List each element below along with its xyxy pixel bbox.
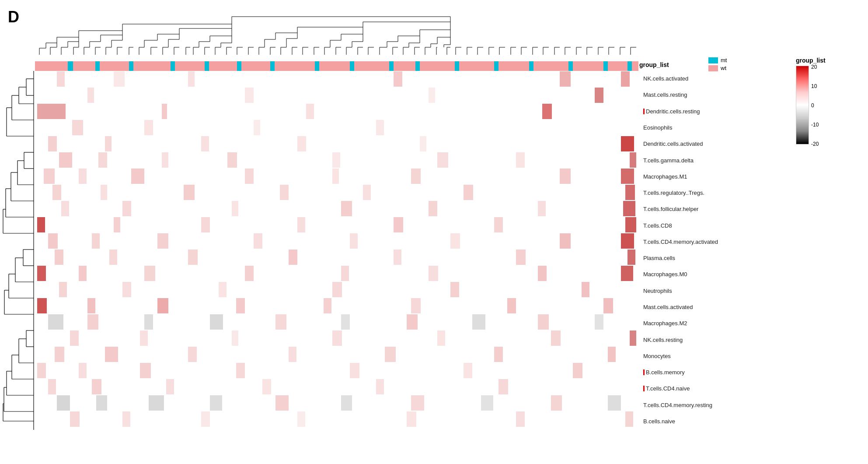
svg-rect-260 [538,201,546,216]
svg-rect-207 [35,71,638,430]
panel-label: D [8,8,19,26]
svg-rect-306 [48,314,63,330]
row-label-plasma-cells: Plasma.cells [643,255,675,261]
svg-rect-279 [188,250,198,265]
svg-rect-244 [332,169,339,184]
svg-rect-243 [245,169,254,184]
svg-rect-241 [79,169,87,184]
svg-rect-198 [350,61,354,71]
svg-rect-281 [394,250,401,265]
svg-rect-195 [237,61,241,71]
scale-tick-0: 0 [811,102,814,109]
svg-rect-229 [297,136,306,151]
row-labels: NK.cells.activatedMast.cells.restingDend… [641,71,728,430]
scale-tick-20: 20 [811,64,817,70]
group-list-label: group_list [639,61,669,68]
svg-rect-235 [227,152,237,168]
svg-rect-332 [140,363,151,378]
heatmap-svg [35,71,638,430]
svg-rect-280 [289,250,297,265]
svg-rect-249 [101,185,107,200]
svg-rect-314 [538,314,549,330]
svg-rect-230 [420,136,426,151]
svg-rect-211 [394,71,402,87]
svg-rect-298 [37,298,47,313]
svg-rect-261 [623,201,635,216]
svg-rect-356 [297,411,305,427]
svg-rect-327 [385,347,396,362]
svg-rect-273 [350,233,358,249]
color-bar-svg [35,61,638,71]
svg-rect-284 [37,266,46,281]
svg-rect-335 [464,363,472,378]
svg-rect-259 [429,201,437,216]
svg-rect-278 [109,250,117,265]
svg-rect-331 [79,363,87,378]
svg-rect-246 [560,169,571,184]
svg-rect-189 [35,61,638,71]
svg-rect-315 [595,314,603,330]
svg-rect-236 [332,152,340,168]
svg-rect-326 [289,347,296,362]
svg-rect-190 [68,61,73,71]
svg-rect-342 [498,379,508,394]
svg-rect-268 [625,217,636,232]
svg-rect-300 [157,298,168,313]
svg-rect-324 [105,347,118,362]
row-label-macrophages-m2: Macrophages.M2 [643,320,687,326]
svg-rect-275 [560,233,571,249]
svg-rect-353 [70,411,80,427]
svg-rect-224 [254,120,260,135]
svg-rect-333 [236,363,245,378]
legend: mt wt [708,57,796,74]
svg-rect-354 [122,411,130,427]
svg-rect-345 [149,395,164,411]
svg-rect-337 [48,379,56,394]
svg-rect-247 [621,169,634,184]
svg-rect-291 [621,266,633,281]
svg-rect-193 [171,61,175,71]
svg-rect-329 [608,347,616,362]
row-label-t-cells-cd4-memory-resting: T.cells.CD4.memory.resting [643,402,712,408]
legend-item-mt: mt [708,57,796,63]
svg-rect-305 [603,298,613,313]
svg-rect-312 [407,314,418,330]
heatmap-area: NK.cells.activatedMast.cells.restingDend… [35,13,638,433]
svg-rect-202 [494,61,498,71]
svg-rect-294 [219,282,227,297]
svg-rect-289 [429,266,438,281]
svg-rect-359 [625,411,633,427]
svg-rect-254 [625,185,635,200]
svg-rect-347 [275,395,289,411]
svg-rect-228 [201,136,209,151]
svg-rect-277 [55,250,63,265]
svg-rect-257 [232,201,238,216]
svg-rect-265 [297,217,305,232]
svg-rect-290 [538,266,547,281]
svg-rect-227 [105,136,112,151]
svg-rect-269 [48,233,58,249]
row-label-t-cells-gamma-delta: T.cells.gamma.delta [643,158,694,163]
svg-rect-357 [407,411,416,427]
svg-rect-313 [472,314,485,330]
svg-rect-299 [87,298,95,313]
svg-rect-248 [52,185,61,200]
row-label-t-cells-cd4-naive: T.cells.CD4.naive [643,386,690,391]
svg-rect-274 [450,233,460,249]
svg-rect-328 [494,347,503,362]
svg-rect-288 [341,266,349,281]
svg-rect-208 [57,71,65,87]
svg-rect-194 [205,61,209,71]
svg-rect-213 [621,71,630,87]
wt-label: wt [721,65,726,71]
svg-rect-223 [144,120,153,135]
scale-tick-10: 10 [811,83,817,89]
svg-rect-191 [95,61,100,71]
svg-rect-256 [122,201,131,216]
svg-rect-197 [315,61,319,71]
svg-rect-264 [201,217,210,232]
svg-rect-214 [87,88,94,103]
svg-rect-296 [450,282,459,297]
svg-rect-304 [507,298,516,313]
svg-rect-287 [245,266,254,281]
